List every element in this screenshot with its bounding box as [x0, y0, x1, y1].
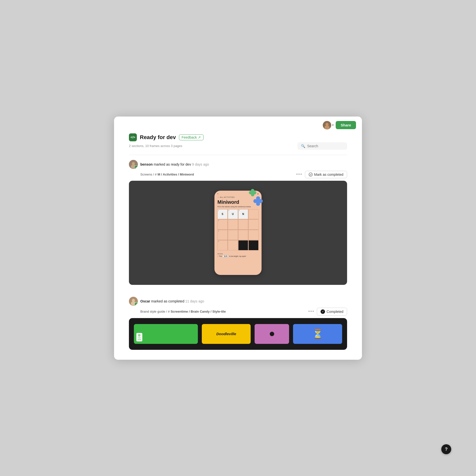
- brand-b-logo: B FORKIDS: [136, 333, 142, 341]
- clue-highlighted-word: SUN: [223, 255, 228, 257]
- avatar: [323, 121, 331, 129]
- path-text-1: Screens / # M / Activities / Miniword: [140, 173, 194, 176]
- cell-2-3: [238, 219, 248, 230]
- dev-badge: </>: [134, 165, 138, 169]
- clue-text: 1 The SUN is too bright, my eyes!: [217, 255, 259, 257]
- brand-blue-tile: ⏳: [293, 324, 342, 344]
- crossword-grid: 1S 2U 3N 4: [217, 209, 259, 250]
- clue-number: 1: [217, 255, 218, 257]
- activity-1-actions: ••• Mark as completed: [296, 171, 347, 178]
- clue-text-before: The: [219, 255, 222, 257]
- cell-4-4: [248, 240, 259, 250]
- activity-2-header: ✓ Oscar marked as completed 11 days ago: [129, 297, 347, 306]
- share-button[interactable]: Share: [336, 121, 356, 129]
- cell-1-1: 1S: [217, 209, 228, 219]
- header-top: </> Ready for dev Feedback ↗: [129, 133, 347, 141]
- activity-1: </> benson marked as ready for dev 9 day…: [129, 160, 347, 291]
- cell-2-2: [228, 219, 238, 230]
- activity-2-path: Brand style guide / # Screentime / Brain…: [129, 308, 347, 316]
- activity-1-path: Screens / # M / Activities / Miniword ••…: [129, 171, 347, 178]
- brand-yellow-text: Doodleville: [216, 332, 236, 336]
- more-options-button-1[interactable]: •••: [296, 172, 302, 177]
- cell-4-3: [238, 240, 248, 250]
- brand-green-tile: B FORKIDS: [134, 324, 198, 344]
- clue-section: Across 1 The SUN is too bright, my eyes!: [217, 252, 259, 258]
- brand-preview: B FORKIDS Doodleville ⏳: [129, 318, 347, 350]
- activity-2: ✓ Oscar marked as completed 11 days ago …: [129, 297, 347, 350]
- mark-completed-button[interactable]: Mark as completed: [305, 171, 347, 178]
- check-circle-icon: [309, 173, 313, 177]
- cell-4-2: [228, 240, 238, 250]
- path-text-2: Brand style guide / # Screentime / Brain…: [140, 310, 226, 313]
- oscar-avatar: ✓: [129, 297, 138, 306]
- activity-2-title: Oscar marked as completed 11 days ago: [140, 299, 204, 303]
- search-box[interactable]: 🔍: [298, 142, 347, 150]
- dev-icon: </>: [129, 133, 137, 141]
- cell-1-3: 3N: [238, 209, 248, 219]
- cell-1-4: [248, 209, 259, 219]
- completed-check-icon: ✓: [321, 309, 325, 314]
- search-icon: 🔍: [301, 144, 305, 148]
- meta-row: 2 sections, 10 frames across 3 pages 🔍: [129, 142, 347, 150]
- benson-avatar: </>: [129, 160, 138, 169]
- activity-1-header: </> benson marked as ready for dev 9 day…: [129, 160, 347, 169]
- brand-blue-icon: ⏳: [312, 329, 323, 339]
- clue-label: Across: [217, 253, 259, 255]
- feedback-button[interactable]: Feedback ↗: [179, 134, 204, 140]
- activity-2-actions: ••• ✓ Completed: [308, 308, 347, 316]
- activity-1-title: benson marked as ready for dev 9 days ag…: [140, 162, 209, 166]
- phone-menu-icon: ≡: [257, 193, 259, 195]
- phone-container: • ≡ ← ALL ACTIVITIES Miniword Fill in th…: [214, 191, 262, 275]
- phone-dot: •: [217, 193, 218, 195]
- check-badge: ✓: [134, 302, 138, 306]
- more-options-button-2[interactable]: •••: [308, 309, 314, 314]
- cell-2-1: 4: [217, 219, 228, 230]
- brand-purple-tile: [255, 324, 289, 344]
- topbar: ▾ Share: [114, 117, 362, 132]
- cell-2-4: [248, 219, 259, 230]
- brand-yellow-tile: Doodleville: [202, 324, 251, 344]
- svg-point-2: [325, 125, 329, 129]
- phone-body: ← ALL ACTIVITIES Miniword Fill in the bl…: [214, 196, 262, 275]
- cell-4-1: 6: [217, 240, 228, 250]
- user-avatar-menu[interactable]: ▾: [323, 121, 334, 129]
- cell-1-2: 2U: [228, 209, 238, 219]
- svg-point-16: [256, 199, 260, 203]
- flower-blue-icon: [253, 196, 264, 208]
- brand-dot-icon: [270, 332, 274, 336]
- search-input[interactable]: [307, 144, 344, 148]
- page-title: Ready for dev: [140, 134, 176, 141]
- help-button[interactable]: ?: [441, 444, 451, 454]
- completed-button[interactable]: ✓ Completed: [317, 308, 347, 316]
- cell-3-1: 5: [217, 230, 228, 240]
- page-header: </> Ready for dev Feedback ↗ 2 sections,…: [114, 132, 362, 152]
- chevron-down-icon: ▾: [332, 123, 334, 127]
- cell-3-2: [228, 230, 238, 240]
- cell-3-3: [238, 230, 248, 240]
- content-area: </> benson marked as ready for dev 9 day…: [114, 155, 362, 360]
- cell-3-4: [248, 230, 259, 240]
- svg-point-6: [309, 173, 312, 176]
- svg-point-11: [251, 191, 254, 194]
- frame-preview-1: • ≡ ← ALL ACTIVITIES Miniword Fill in th…: [129, 181, 347, 285]
- meta-text: 2 sections, 10 frames across 3 pages: [129, 144, 182, 148]
- main-window: ▾ Share </> Ready for dev Feedback ↗ 2 s…: [114, 117, 362, 360]
- clue-text-after: is too bright, my eyes!: [229, 255, 246, 257]
